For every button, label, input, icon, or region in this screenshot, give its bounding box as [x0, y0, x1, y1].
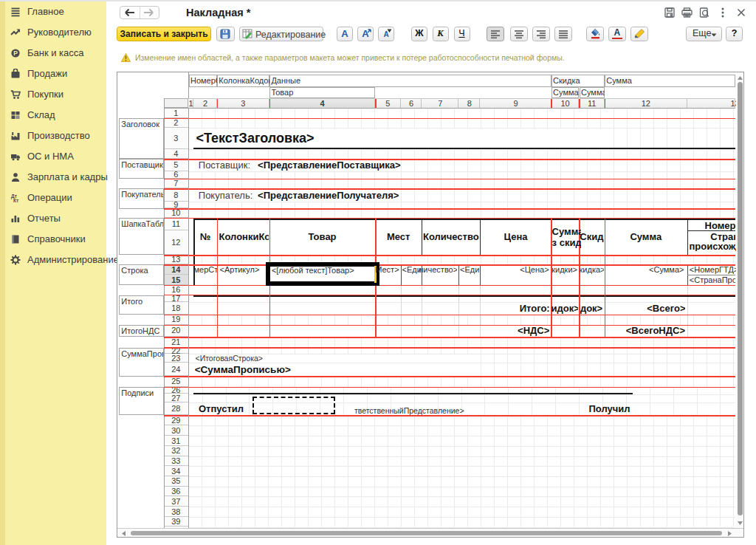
svg-text:P: P: [13, 49, 18, 57]
svg-text:Кт: Кт: [13, 198, 18, 203]
